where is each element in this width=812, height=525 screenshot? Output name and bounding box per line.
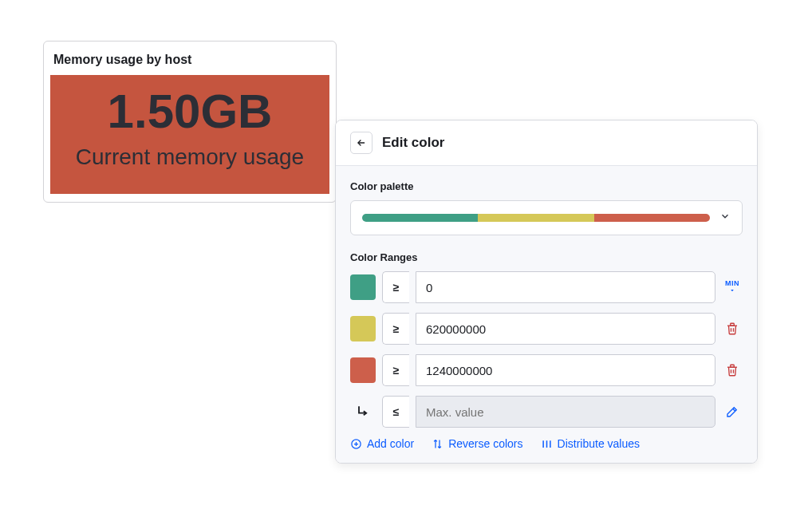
palette-segment-yellow	[478, 214, 593, 222]
pencil-icon	[725, 405, 739, 419]
range-value-input[interactable]	[416, 271, 715, 303]
operator-box[interactable]: ≥	[382, 313, 409, 345]
add-color-button[interactable]: Add color	[350, 437, 414, 450]
min-label: MIN	[725, 280, 739, 287]
chevron-down-icon[interactable]	[719, 211, 731, 225]
add-color-label: Add color	[367, 437, 414, 450]
palette-segment-red	[594, 214, 710, 222]
range-value-input[interactable]	[416, 313, 715, 345]
range-row: ≥	[350, 354, 743, 386]
color-swatch-red[interactable]	[350, 357, 376, 383]
delete-range-button[interactable]	[722, 360, 743, 381]
max-value-input[interactable]	[416, 396, 715, 428]
trash-icon	[725, 322, 739, 336]
palette-segment-green	[362, 214, 478, 222]
panel-body: Color palette Color Ranges ≥ MIN	[336, 166, 757, 463]
ranges-label: Color Ranges	[350, 251, 743, 263]
swap-vertical-icon	[432, 438, 443, 450]
footer-actions: Add color Reverse colors Distribute valu…	[350, 437, 743, 450]
memory-subtitle: Current memory usage	[58, 143, 321, 172]
edit-color-panel: Edit color Color palette Color Ranges ≥ …	[335, 120, 758, 464]
back-button[interactable]	[350, 132, 372, 154]
operator-box[interactable]: ≥	[382, 271, 409, 303]
distribute-values-button[interactable]: Distribute values	[541, 437, 641, 450]
operator-box[interactable]: ≤	[382, 396, 409, 428]
range-value-input[interactable]	[416, 354, 715, 386]
distribute-values-label: Distribute values	[558, 437, 641, 450]
memory-card: Memory usage by host 1.50GB Current memo…	[43, 41, 337, 203]
max-range-row: ≤	[350, 396, 743, 428]
card-title: Memory usage by host	[50, 48, 329, 75]
indent-arrow-icon	[350, 399, 376, 424]
color-swatch-yellow[interactable]	[350, 316, 376, 341]
trash-icon	[725, 363, 739, 377]
min-indicator[interactable]: MIN	[722, 277, 743, 298]
panel-title: Edit color	[382, 135, 444, 151]
operator-box[interactable]: ≥	[382, 354, 409, 386]
range-row: ≥	[350, 313, 743, 345]
palette-selector[interactable]	[350, 200, 743, 235]
panel-header: Edit color	[336, 120, 757, 166]
palette-label: Color palette	[350, 180, 743, 192]
memory-tile: 1.50GB Current memory usage	[50, 75, 329, 194]
delete-range-button[interactable]	[722, 318, 743, 339]
palette-bar	[362, 214, 710, 222]
edit-max-button[interactable]	[722, 401, 743, 422]
distribute-icon	[541, 438, 553, 450]
reverse-colors-label: Reverse colors	[448, 437, 522, 450]
color-swatch-green[interactable]	[350, 274, 376, 300]
reverse-colors-button[interactable]: Reverse colors	[432, 437, 522, 450]
memory-value: 1.50GB	[58, 86, 321, 136]
arrow-left-icon	[356, 137, 367, 148]
range-row: ≥ MIN	[350, 271, 743, 303]
plus-circle-icon	[350, 438, 362, 450]
